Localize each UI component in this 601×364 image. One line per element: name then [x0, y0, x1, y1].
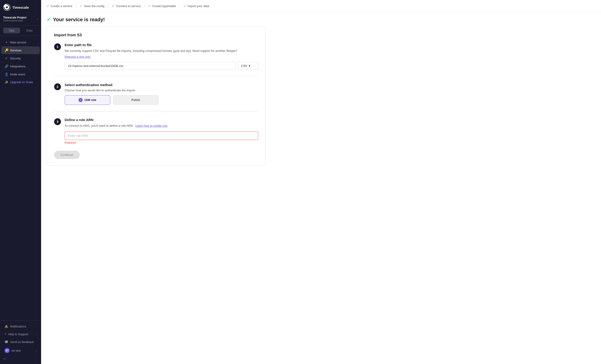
sidebar-project[interactable]: Timescale Project Performance plan ›	[0, 15, 41, 25]
help-label: Help & Support	[8, 333, 28, 336]
logo-text: Timescale	[12, 5, 29, 9]
main-content: ✓ Create a service ✓ Save the config ✓ C…	[41, 0, 601, 364]
user-avatar: VT	[5, 348, 10, 353]
section-3-heading: Define a role ARN	[65, 118, 258, 122]
sidebar-item-invite-users[interactable]: 👤 Invite users	[1, 70, 40, 78]
invite-users-icon: 👤	[5, 72, 8, 76]
divider-1	[54, 76, 258, 77]
project-chevron-icon: ›	[37, 17, 38, 20]
step-import-data-label: Import your data	[188, 4, 209, 8]
sidebar-item-integrations[interactable]: 🔗 Integrations	[1, 62, 40, 70]
user-chevron-icon: ›	[36, 349, 37, 352]
sidebar: Timescale Timescale Project Performance …	[0, 0, 41, 364]
file-type-value: CSV	[241, 64, 247, 68]
feedback-icon: 💬	[5, 340, 8, 344]
ready-text: Your service is ready!	[53, 17, 105, 23]
project-name: Timescale Project	[3, 16, 27, 19]
auth-option-iam-role[interactable]: ✓ IAM role	[65, 95, 110, 105]
step-connect-service-label: Connect to service	[116, 4, 141, 8]
help-chevron-icon: ›	[36, 333, 37, 336]
file-type-chevron-icon: ▾	[249, 64, 250, 68]
step-create-service-label: Create a service	[51, 4, 72, 8]
content-area: Import from S3 1 Enter path to file We c…	[41, 26, 601, 175]
timescale-logo-icon	[3, 4, 10, 11]
plus-icon: +	[5, 40, 8, 44]
sidebar-item-services[interactable]: 🔑 Services	[1, 46, 40, 54]
sidebar-bottom: 🔔 Notifications ? Help & Support › 💬 Sen…	[0, 320, 41, 364]
step-create-hypertable-label: Create hypertable	[152, 4, 176, 8]
learn-create-arn-link[interactable]: Learn how to create one	[135, 124, 167, 127]
integrations-label: Integrations	[10, 65, 26, 68]
section-3-role-arn: 3 Define a role ARN To connect to AWS, y…	[54, 118, 258, 144]
section-2-heading: Select authentication method	[65, 83, 258, 87]
file-type-select[interactable]: CSV ▾	[238, 62, 258, 70]
security-label: Security	[10, 57, 21, 60]
import-title: Import from S3	[54, 33, 258, 38]
section-2-auth-method: 2 Select authentication method Choose ho…	[54, 83, 258, 105]
public-label: Public	[131, 98, 140, 102]
tab-data[interactable]: Data	[21, 28, 38, 33]
section-number-1: 1	[54, 43, 61, 50]
step-create-service: ✓ Create a service	[47, 4, 76, 8]
security-icon: ✓	[5, 56, 8, 60]
required-text: Required	[65, 141, 258, 144]
step-save-config-label: Save the config	[84, 4, 105, 8]
service-ready-banner: ✓ Your service is ready!	[41, 12, 601, 26]
services-label: Services	[10, 49, 21, 52]
step-create-hypertable: ✓ Create hypertable	[145, 4, 180, 8]
user-name: vin test	[11, 349, 21, 352]
sidebar-logo: Timescale	[0, 0, 41, 15]
notifications-icon: 🔔	[5, 325, 8, 328]
step-connect-service: ✓ Connect to service	[108, 4, 144, 8]
sidebar-item-security[interactable]: ✓ Security	[1, 54, 40, 62]
step-check-icon-5: ✓	[183, 4, 186, 8]
section-1-file-path: 1 Enter path to file We currently suppor…	[54, 43, 258, 70]
sidebar-item-user[interactable]: VT vin test ›	[1, 346, 40, 355]
ready-check-icon: ✓	[47, 17, 51, 23]
feedback-label: Send us feedback	[10, 340, 34, 344]
sidebar-item-new-service[interactable]: + New service	[1, 38, 40, 46]
upgrade-icon: ✨	[5, 80, 8, 84]
file-path-input[interactable]	[65, 62, 235, 70]
steps-header: ✓ Create a service ✓ Save the config ✓ C…	[41, 0, 601, 12]
sidebar-item-send-feedback[interactable]: 💬 Send us feedback	[1, 338, 40, 346]
section-3-description: To connect to AWS, you'll need to define…	[65, 123, 134, 128]
upgrade-label: Upgrade to Scale	[10, 80, 33, 84]
project-plan: Performance plan	[3, 19, 27, 22]
section-number-3: 3	[54, 118, 61, 125]
iam-check-icon: ✓	[79, 98, 83, 102]
help-icon: ?	[5, 333, 6, 336]
continue-button[interactable]: Continue	[54, 151, 80, 159]
sidebar-item-help-support[interactable]: ? Help & Support ›	[1, 330, 40, 338]
iam-role-label: IAM role	[84, 98, 96, 102]
step-import-data: ✓ Import your data	[180, 4, 213, 8]
sidebar-item-notifications[interactable]: 🔔 Notifications	[1, 323, 40, 330]
notifications-label: Notifications	[10, 325, 26, 328]
new-service-label: New service	[10, 41, 26, 44]
section-2-description: Choose how you would like to authenticat…	[65, 89, 258, 92]
services-icon: 🔑	[5, 48, 8, 52]
step-check-icon: ✓	[47, 4, 49, 8]
auth-options: ✓ IAM role Public	[65, 95, 258, 105]
import-card: Import from S3 1 Enter path to file We c…	[47, 26, 266, 166]
collapse-icon: <<	[3, 357, 6, 360]
invite-users-label: Invite users	[10, 73, 25, 76]
step-save-config: ✓ Save the config	[76, 4, 108, 8]
auth-option-public[interactable]: Public	[113, 95, 159, 105]
sidebar-nav: + New service 🔑 Services ✓ Security 🔗 In…	[0, 36, 41, 320]
sidebar-collapse-button[interactable]: <<	[0, 355, 41, 362]
integrations-icon: 🔗	[5, 64, 8, 68]
divider-2	[54, 111, 258, 111]
tab-ops[interactable]: Ops	[3, 28, 20, 33]
upgrade-to-scale-button[interactable]: ✨ Upgrade to Scale	[1, 78, 40, 86]
step-check-icon-3: ✓	[112, 4, 115, 8]
section-1-description: We currently support CSV and Parquet fil…	[65, 49, 258, 53]
request-new-filetype-link[interactable]: Request a new one.	[65, 55, 91, 59]
section-1-heading: Enter path to file	[65, 43, 258, 47]
role-arn-input[interactable]	[65, 131, 258, 140]
step-check-icon-4: ✓	[148, 4, 151, 8]
svg-point-1	[6, 6, 8, 8]
user-initials: VT	[6, 349, 9, 352]
sidebar-tabs: Ops Data	[0, 25, 41, 36]
step-check-icon-2: ✓	[80, 4, 83, 8]
